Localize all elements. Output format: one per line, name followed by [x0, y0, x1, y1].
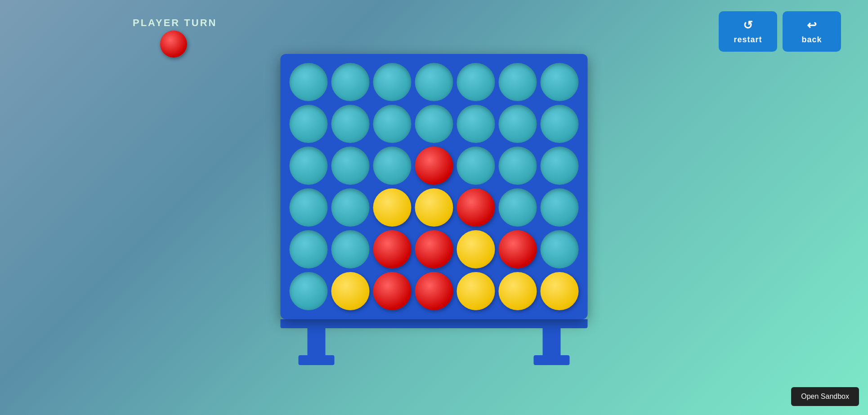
table-row[interactable]	[499, 63, 537, 101]
table-row[interactable]	[373, 230, 412, 268]
back-icon: ↩	[807, 18, 817, 32]
table-row[interactable]	[415, 230, 453, 268]
leg-body-right	[543, 328, 561, 355]
table-row[interactable]	[457, 147, 495, 185]
stand-top	[281, 319, 588, 328]
top-buttons: ↺ restart ↩ back	[719, 11, 841, 52]
table-row[interactable]	[415, 188, 453, 227]
table-row[interactable]	[457, 105, 495, 143]
stand-leg-left	[303, 328, 330, 365]
leg-body-left	[308, 328, 326, 355]
table-row[interactable]	[415, 147, 453, 185]
table-row[interactable]	[499, 147, 537, 185]
table-row[interactable]	[331, 105, 370, 143]
table-row[interactable]	[331, 272, 370, 310]
stand-leg-right	[538, 328, 565, 365]
table-row[interactable]	[457, 230, 495, 268]
leg-foot-right	[534, 355, 570, 365]
back-label: back	[801, 35, 822, 45]
board-frame	[281, 54, 588, 319]
table-row[interactable]	[290, 63, 328, 101]
table-row[interactable]	[373, 63, 412, 101]
leg-foot-left	[299, 355, 335, 365]
restart-button[interactable]: ↺ restart	[719, 11, 777, 52]
table-row[interactable]	[415, 272, 453, 310]
open-sandbox-button[interactable]: Open Sandbox	[791, 387, 859, 406]
table-row[interactable]	[331, 230, 370, 268]
table-row[interactable]	[541, 272, 579, 310]
table-row[interactable]	[499, 188, 537, 227]
table-row[interactable]	[541, 147, 579, 185]
table-row[interactable]	[415, 105, 453, 143]
stand-legs	[281, 328, 588, 365]
table-row[interactable]	[415, 63, 453, 101]
table-row[interactable]	[290, 105, 328, 143]
table-row[interactable]	[290, 147, 328, 185]
restart-label: restart	[734, 35, 762, 45]
table-row[interactable]	[373, 147, 412, 185]
table-row[interactable]	[331, 63, 370, 101]
table-row[interactable]	[373, 272, 412, 310]
table-row[interactable]	[541, 188, 579, 227]
table-row[interactable]	[541, 105, 579, 143]
board-container	[281, 54, 588, 365]
table-row[interactable]	[331, 188, 370, 227]
player-turn-label: PLAYER TURN	[133, 17, 217, 29]
table-row[interactable]	[457, 188, 495, 227]
table-row[interactable]	[290, 272, 328, 310]
table-row[interactable]	[457, 272, 495, 310]
back-button[interactable]: ↩ back	[783, 11, 841, 52]
table-row[interactable]	[290, 188, 328, 227]
table-row[interactable]	[541, 63, 579, 101]
table-row[interactable]	[457, 63, 495, 101]
table-row[interactable]	[290, 230, 328, 268]
table-row[interactable]	[499, 105, 537, 143]
restart-icon: ↺	[743, 18, 753, 32]
table-row[interactable]	[541, 230, 579, 268]
table-row[interactable]	[373, 105, 412, 143]
table-row[interactable]	[373, 188, 412, 227]
player-piece	[160, 31, 187, 58]
table-row[interactable]	[499, 230, 537, 268]
board-grid	[290, 63, 579, 310]
table-row[interactable]	[331, 147, 370, 185]
table-row[interactable]	[499, 272, 537, 310]
